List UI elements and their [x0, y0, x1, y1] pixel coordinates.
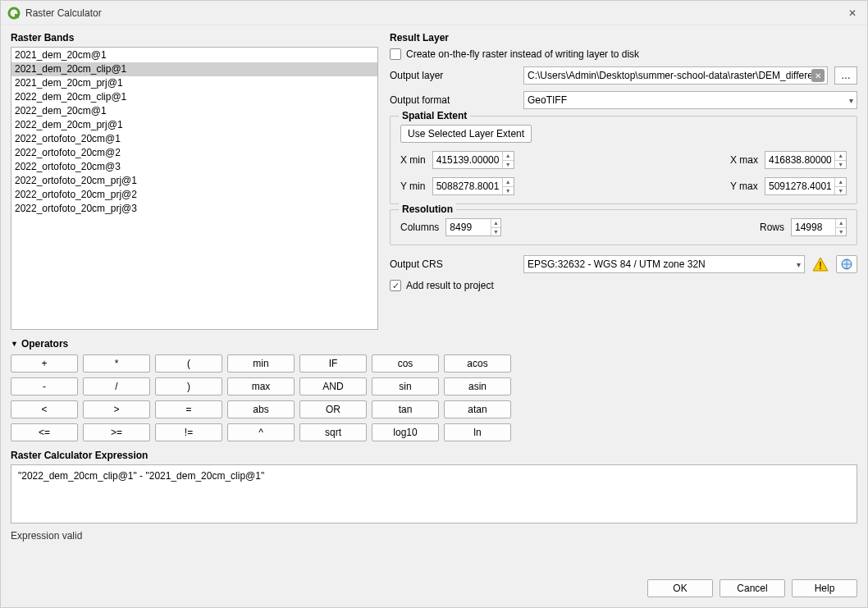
operator-button[interactable]: <=	[11, 423, 78, 441]
spin-down-icon: ▼	[835, 161, 846, 169]
list-item[interactable]: 2021_dem_20cm_clip@1	[11, 62, 377, 76]
list-item[interactable]: 2022_ortofoto_20cm_prj@2	[11, 188, 377, 202]
operator-button[interactable]: !=	[155, 423, 222, 441]
add-result-checkbox[interactable]: Add result to project	[390, 280, 494, 291]
output-format-select[interactable]: GeoTIFF ▾	[523, 91, 857, 109]
output-format-label: Output format	[390, 94, 517, 106]
operator-button[interactable]: atan	[444, 400, 511, 418]
use-selected-extent-button[interactable]: Use Selected Layer Extent	[400, 125, 532, 143]
output-layer-label: Output layer	[390, 70, 517, 81]
operator-button[interactable]: log10	[372, 423, 439, 441]
list-item[interactable]: 2022_dem_20cm@1	[11, 104, 377, 118]
operator-button[interactable]: ^	[227, 423, 295, 441]
operator-button[interactable]: =	[155, 400, 222, 418]
operator-button[interactable]: min	[227, 354, 295, 373]
resolution-group: Resolution Columns ▲▼ Rows ▲▼	[390, 209, 857, 245]
output-crs-label: Output CRS	[390, 258, 517, 270]
result-layer-label: Result Layer	[390, 32, 857, 43]
triangle-down-icon: ▼	[11, 340, 18, 348]
dialog-footer: OK Cancel Help	[1, 573, 867, 607]
qgis-icon	[7, 7, 21, 20]
spin-up-icon: ▲	[503, 178, 514, 187]
list-item[interactable]: 2022_dem_20cm_prj@1	[11, 118, 377, 132]
list-item[interactable]: 2022_ortofoto_20cm_prj@1	[11, 174, 377, 188]
operator-button[interactable]: )	[155, 377, 222, 395]
spin-down-icon: ▼	[836, 228, 846, 236]
operator-button[interactable]: sin	[372, 377, 439, 395]
add-result-label: Add result to project	[406, 280, 494, 291]
svg-rect-1	[15, 14, 19, 18]
operator-button[interactable]: >=	[83, 423, 150, 441]
columns-input[interactable]: ▲▼	[445, 218, 501, 236]
operators-label: Operators	[21, 338, 68, 350]
operator-button[interactable]: +	[11, 354, 78, 373]
operator-button[interactable]: ln	[444, 423, 511, 441]
list-item[interactable]: 2022_ortofoto_20cm_prj@3	[11, 202, 377, 216]
spin-down-icon: ▼	[503, 187, 514, 195]
operator-button[interactable]: -	[11, 377, 78, 395]
expression-validity: Expression valid	[11, 530, 857, 542]
crs-picker-button[interactable]	[836, 255, 857, 273]
operator-button[interactable]: IF	[299, 354, 367, 373]
list-item[interactable]: 2022_ortofoto_20cm@1	[11, 132, 377, 146]
cancel-button[interactable]: Cancel	[720, 579, 785, 597]
operator-button[interactable]: >	[83, 400, 150, 418]
operator-button[interactable]: AND	[299, 377, 367, 395]
list-item[interactable]: 2021_dem_20cm_prj@1	[11, 76, 377, 90]
operator-button[interactable]: max	[227, 377, 295, 395]
operator-button[interactable]: abs	[227, 400, 295, 418]
list-item[interactable]: 2022_dem_20cm_clip@1	[11, 90, 377, 104]
list-item[interactable]: 2022_ortofoto_20cm@3	[11, 160, 377, 174]
operator-button[interactable]: tan	[372, 400, 439, 418]
expression-input[interactable]: "2022_dem_20cm_clip@1" - "2021_dem_20cm_…	[11, 464, 857, 523]
operator-button[interactable]: sqrt	[299, 423, 367, 441]
expression-label: Raster Calculator Expression	[11, 450, 857, 461]
xmax-input[interactable]: ▲▼	[765, 151, 847, 169]
list-item[interactable]: 2022_ortofoto_20cm@2	[11, 146, 377, 160]
xmin-input[interactable]: ▲▼	[432, 151, 514, 169]
raster-bands-label: Raster Bands	[11, 32, 378, 43]
close-icon[interactable]: ✕	[844, 7, 861, 19]
ymax-input[interactable]: ▲▼	[765, 177, 847, 195]
operator-button[interactable]: /	[83, 377, 150, 395]
operators-grid: +*(minIFcosacos-/)maxANDsinasin<>=absORt…	[11, 354, 857, 441]
operator-button[interactable]: cos	[372, 354, 439, 373]
list-item[interactable]: 2021_dem_20cm@1	[11, 48, 377, 62]
columns-label: Columns	[400, 222, 439, 233]
operator-button[interactable]: <	[11, 400, 78, 418]
spin-up-icon: ▲	[836, 219, 846, 228]
operator-button[interactable]: OR	[299, 400, 367, 418]
ok-button[interactable]: OK	[647, 579, 713, 597]
browse-button[interactable]: …	[834, 66, 857, 85]
xmax-label: X max	[730, 154, 758, 166]
raster-calculator-window: Raster Calculator ✕ Raster Bands 2021_de…	[0, 0, 868, 608]
ymin-input[interactable]: ▲▼	[432, 177, 514, 195]
operator-button[interactable]: (	[155, 354, 222, 373]
operator-button[interactable]: asin	[444, 377, 511, 395]
spin-up-icon: ▲	[491, 219, 501, 228]
operator-button[interactable]: *	[83, 354, 150, 373]
svg-text:!: !	[819, 260, 822, 272]
rows-label: Rows	[760, 222, 784, 233]
window-title: Raster Calculator	[25, 7, 844, 19]
raster-bands-list[interactable]: 2021_dem_20cm@12021_dem_20cm_clip@12021_…	[11, 47, 378, 330]
create-onfly-checkbox[interactable]: Create on-the-fly raster instead of writ…	[390, 48, 639, 60]
operator-button[interactable]: acos	[444, 354, 511, 373]
xmin-label: X min	[400, 154, 426, 166]
spin-up-icon: ▲	[835, 178, 846, 187]
output-layer-input[interactable]	[523, 66, 828, 85]
rows-input[interactable]: ▲▼	[791, 218, 847, 236]
spin-down-icon: ▼	[503, 161, 514, 169]
create-onfly-label: Create on-the-fly raster instead of writ…	[406, 48, 639, 60]
spatial-extent-label: Spatial Extent	[399, 110, 470, 121]
spin-down-icon: ▼	[835, 187, 846, 195]
chevron-down-icon: ▾	[849, 96, 853, 105]
clear-icon[interactable]: ✕	[811, 69, 825, 82]
operators-collapser[interactable]: ▼ Operators	[11, 338, 857, 350]
output-crs-select[interactable]: EPSG:32632 - WGS 84 / UTM zone 32N ▾	[523, 255, 805, 273]
chevron-down-icon: ▾	[797, 260, 801, 269]
ymax-label: Y max	[730, 181, 758, 192]
spin-down-icon: ▼	[491, 228, 501, 236]
help-button[interactable]: Help	[792, 579, 857, 597]
spin-up-icon: ▲	[835, 152, 846, 161]
